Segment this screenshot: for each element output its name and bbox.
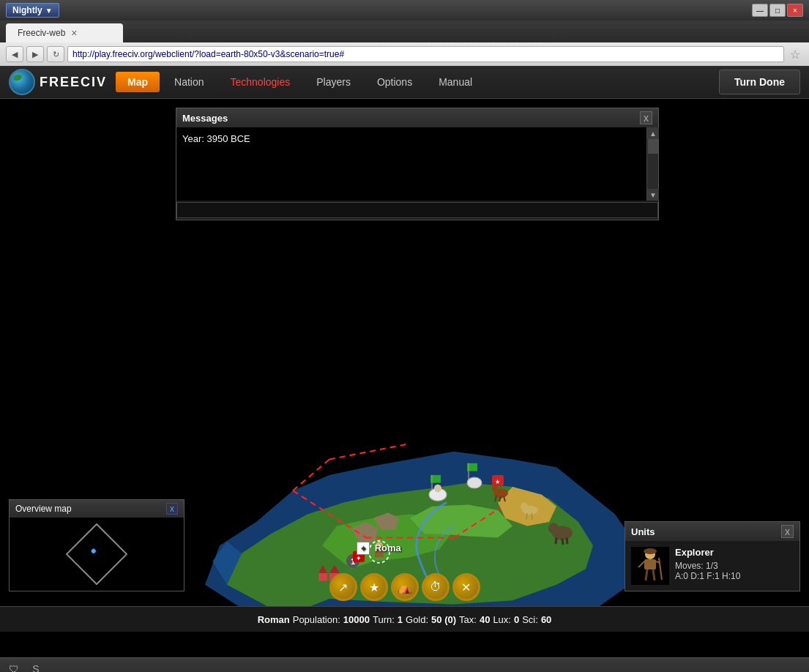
status-tax-label: Tax: [459,614,477,625]
svg-line-29 [526,513,527,520]
window-minimize-button[interactable]: — [752,4,768,17]
status-lux-value: 0 [514,614,519,625]
scrollbar-thumb[interactable] [648,139,658,154]
messages-dialog: Messages x Year: 3950 BCE ▲ ▼ [176,108,659,220]
status-population-label: Population: [293,614,340,625]
messages-input[interactable] [176,202,658,218]
city-name: Roma [375,542,401,553]
scrollbar-down-button[interactable]: ▼ [647,189,659,201]
map-nav-button[interactable]: Map [116,72,160,92]
svg-line-53 [638,561,644,567]
disband-button[interactable]: ✕ [452,573,480,601]
window-maximize-button[interactable]: □ [769,4,786,17]
svg-line-50 [659,558,662,580]
nation-nav-button[interactable]: Nation [163,72,215,92]
status-gold-value: 50 (0) [431,614,456,625]
logo-text: FREECIV [40,75,107,90]
players-nav-button[interactable]: Players [305,72,362,92]
manual-nav-button[interactable]: Manual [427,72,484,92]
svg-point-16 [434,485,441,493]
explore-button[interactable]: ↗ [329,573,357,601]
back-icon: ◀ [12,50,18,59]
nav-bar: ◀ ▶ ↻ ☆ [0,42,809,66]
unit-sprite [631,547,669,585]
game-navbar: FREECIV Map Nation Technologies Players … [0,66,809,99]
scrollbar-up-button[interactable]: ▲ [647,127,659,139]
bookmark-icon[interactable]: ☆ [787,48,803,61]
units-panel: Units x [625,521,800,591]
svg-line-51 [646,570,647,580]
ocean-tiles [205,444,637,632]
svg-line-35 [567,538,567,545]
svg-text:✦: ✦ [356,554,362,561]
wait-button[interactable]: ⏱ [422,573,450,601]
unit-name: Explorer [675,547,740,558]
browser-titlebar: Nightly ▼ — □ × [0,0,809,20]
status-sci-label: Sci: [522,614,538,625]
status-bar: Roman Population: 10000 Turn: 1 Gold: 50… [0,606,809,632]
status-lux-label: Lux: [493,614,511,625]
units-title: Units [631,526,655,537]
overview-map-panel: Overview map x [9,499,184,591]
fortify-button[interactable]: ⛺ [391,573,419,601]
status-gold-label: Gold: [406,614,428,625]
status-turn-value: 1 [398,614,403,625]
svg-point-28 [521,502,528,510]
status-sci-value: 60 [541,614,551,625]
freeciv-logo: FREECIV [9,69,107,95]
back-button[interactable]: ◀ [6,46,23,62]
action-buttons-bar: ↗ ★ ⛺ ⏱ ✕ [329,573,480,601]
units-content: Explorer Moves: 1/3 A:0 D:1 F:1 H:10 [625,541,799,591]
messages-content: Year: 3950 BCE ▲ ▼ [176,127,658,201]
tab-bar: Freeciv-web × [0,20,809,42]
technologies-nav-button[interactable]: Technologies [218,72,302,92]
svg-text:★: ★ [495,478,500,485]
options-nav-button[interactable]: Options [365,72,424,92]
status-turn-label: Turn: [373,614,395,625]
unit-moves: Moves: 1/3 [675,561,740,571]
unit-combat-stats: A:0 D:1 F:1 H:10 [675,571,740,581]
taskbar-icon-1[interactable]: 🛡 [6,661,22,673]
svg-line-30 [532,513,532,520]
window-close-button[interactable]: × [787,4,803,17]
overview-position-dot [91,548,97,554]
svg-point-49 [644,548,657,554]
overview-titlebar: Overview map x [10,500,184,518]
refresh-button[interactable]: ↻ [47,46,64,62]
game-container: FREECIV Map Nation Technologies Players … [0,66,809,657]
turn-done-button[interactable]: Turn Done [719,70,800,94]
svg-line-34 [562,539,563,545]
svg-point-23 [492,485,498,492]
units-titlebar: Units x [625,522,799,541]
svg-point-19 [467,477,482,488]
city-shield-icon: ✦ [357,542,370,555]
messages-scrollbar[interactable]: ▲ ▼ [646,127,658,201]
tab-close-button[interactable]: × [71,27,77,39]
messages-close-button[interactable]: x [640,111,652,124]
svg-line-10 [329,444,410,459]
window-controls: — □ × [752,4,803,17]
forward-icon: ▶ [32,50,38,59]
nightly-label: Nightly [12,5,42,15]
status-tax-value: 40 [480,614,490,625]
status-nation: Roman [258,614,290,625]
taskbar: 🛡 S [0,657,809,672]
forward-button[interactable]: ▶ [26,46,44,62]
map-area[interactable]: Messages x Year: 3950 BCE ▲ ▼ [0,99,809,632]
city-label[interactable]: ✦ Roma [357,542,401,555]
overview-diamond [66,523,128,586]
nightly-button[interactable]: Nightly ▼ [6,3,59,18]
address-bar[interactable] [67,46,784,62]
svg-rect-39 [318,573,327,581]
unit-info: Explorer Moves: 1/3 A:0 D:1 F:1 H:10 [675,547,740,581]
nightly-dropdown-icon: ▼ [45,7,53,15]
overview-content [10,518,184,591]
units-close-button[interactable]: x [781,525,794,538]
tab-title: Freeciv-web [18,28,65,38]
center-button[interactable]: ★ [360,573,388,601]
svg-rect-48 [644,559,656,570]
taskbar-icon-2[interactable]: S [28,661,44,673]
browser-tab[interactable]: Freeciv-web × [6,23,123,42]
svg-line-33 [556,538,556,545]
overview-close-button[interactable]: x [166,503,178,515]
